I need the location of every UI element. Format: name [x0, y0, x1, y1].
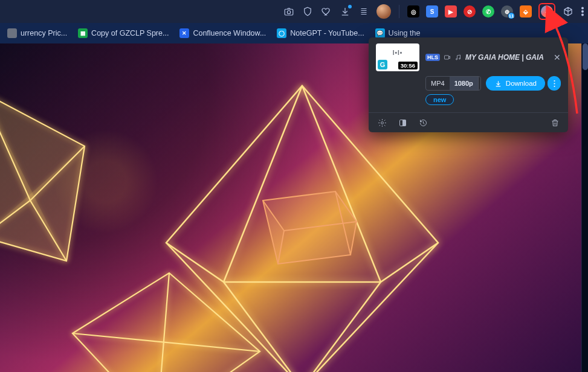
svg-point-8: [554, 80, 555, 81]
video-downloader-popup: I•I• G 30:56 HLS MY GAIA HOME | GAIA ✕ M…: [369, 37, 568, 132]
shield-icon[interactable]: [302, 5, 314, 18]
ext-video-downloader-highlight: ⬇: [538, 3, 555, 20]
download-button[interactable]: Download: [486, 76, 545, 91]
thumbnail-source-badge: G: [378, 60, 387, 69]
download-indicator-dot: [348, 5, 352, 8]
svg-point-6: [456, 59, 457, 60]
svg-point-1: [287, 11, 290, 14]
ext-simplenote[interactable]: S: [426, 5, 438, 18]
decoration-bottom-shape: [54, 261, 272, 372]
svg-rect-5: [445, 56, 449, 59]
bookmark-item[interactable]: ◯NoteGPT - YouTube...: [274, 26, 366, 40]
svg-point-11: [381, 121, 383, 124]
bookmark-item[interactable]: ✕Confluence Window...: [177, 26, 268, 40]
bookmark-label: NoteGPT - YouTube...: [290, 29, 364, 37]
popup-footer: [369, 112, 568, 132]
heart-icon[interactable]: [320, 5, 332, 18]
svg-rect-0: [285, 9, 293, 15]
svg-point-4: [582, 14, 584, 16]
media-type-icons: [444, 54, 462, 61]
bookmark-label: urrency Pric...: [21, 29, 67, 37]
bookmark-label: Copy of GZCLP Spre...: [91, 29, 169, 37]
music-queue-icon[interactable]: [358, 5, 370, 18]
ext-yt-enhancer[interactable]: ▶: [445, 5, 457, 18]
history-icon[interactable]: [418, 118, 428, 127]
trash-icon[interactable]: [550, 118, 560, 127]
ext-video-downloader[interactable]: ⬇: [541, 5, 553, 18]
scrollbar-thumb[interactable]: [583, 43, 588, 70]
svg-point-7: [459, 58, 460, 59]
format-selector[interactable]: MP4 1080p: [425, 76, 481, 91]
video-thumbnail[interactable]: I•I• G 30:56: [376, 43, 419, 71]
svg-point-10: [554, 85, 555, 86]
svg-rect-13: [402, 120, 405, 126]
close-icon[interactable]: ✕: [554, 53, 561, 62]
video-icon: [444, 54, 451, 61]
thumbnail-placeholder-text: I•I•: [376, 50, 419, 56]
svg-point-9: [554, 83, 555, 84]
bookmark-item[interactable]: urrency Pric...: [5, 26, 69, 40]
browser-toolbar: ◎ S ▶ ⊘ ✆ ⊕11 ⬙ ⬇: [0, 0, 588, 23]
bookmark-label: Using the: [389, 29, 421, 37]
ext-whatsapp[interactable]: ✆: [482, 5, 494, 18]
bookmark-label: Confluence Window...: [193, 29, 266, 37]
ext-cube-icon[interactable]: [562, 5, 574, 18]
settings-icon[interactable]: [377, 118, 387, 127]
bookmark-item[interactable]: ▦Copy of GZCLP Spre...: [76, 26, 171, 40]
video-title-row: HLS MY GAIA HOME | GAIA ✕: [425, 53, 561, 62]
ext-metamask[interactable]: ⬙: [520, 5, 532, 18]
format-label: MP4: [426, 80, 450, 87]
downloads-icon[interactable]: [339, 5, 351, 18]
video-title: MY GAIA HOME | GAIA: [465, 53, 550, 62]
audio-icon: [454, 54, 462, 61]
ext-avast-badge: 11: [508, 12, 515, 19]
chevron-down-icon[interactable]: [478, 77, 481, 90]
camera-icon[interactable]: [283, 5, 295, 18]
download-button-label: Download: [506, 80, 537, 87]
toolbar-separator: [399, 5, 399, 18]
svg-point-2: [582, 7, 584, 9]
ext-notion[interactable]: ◎: [407, 5, 419, 18]
svg-point-3: [582, 11, 584, 13]
ext-adblock[interactable]: ⊘: [464, 5, 476, 18]
theme-toggle-icon[interactable]: [398, 118, 407, 127]
download-more-button[interactable]: [548, 76, 561, 91]
video-duration: 30:56: [398, 62, 418, 69]
resolution-value: 1080p: [450, 77, 478, 90]
profile-avatar[interactable]: [376, 4, 391, 19]
hls-badge: HLS: [425, 54, 440, 61]
ext-avast[interactable]: ⊕11: [501, 5, 513, 18]
new-chip[interactable]: new: [425, 94, 454, 105]
overflow-menu-icon[interactable]: [581, 5, 584, 18]
vertical-scrollbar[interactable]: [581, 43, 588, 372]
